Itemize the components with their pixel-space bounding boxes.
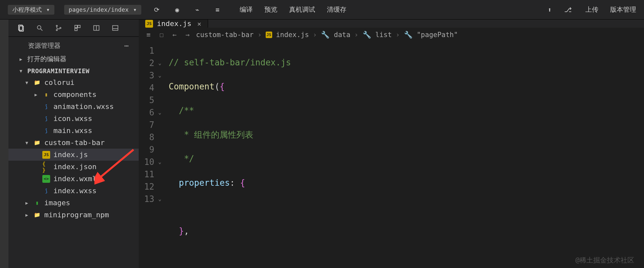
svg-rect-9	[75, 28, 77, 31]
caret-right-icon: ▶	[35, 92, 39, 97]
clear-cache-button[interactable]: 清缓存	[327, 5, 346, 14]
chevron-right-icon: ›	[396, 31, 400, 39]
svg-point-2	[37, 26, 41, 29]
tree-folder-colorui[interactable]: ▼ 📁 colorui	[8, 76, 139, 88]
split-icon[interactable]	[92, 23, 101, 33]
tree-file-index-js[interactable]: JS index.js	[8, 149, 139, 161]
tree-folder-components[interactable]: ▶ ▮ components	[8, 88, 139, 100]
folder-icon: ▮	[33, 199, 41, 207]
debug-icon[interactable]: ⌁	[191, 4, 203, 16]
caret-right-icon: ▶	[20, 57, 24, 62]
preview-button[interactable]: 预览	[264, 5, 277, 14]
js-icon: JS	[145, 20, 153, 28]
sidebar: 资源管理器 ⋯ ▶ 打开的编辑器 ▼ PROGRAMINTERVIEW ▼ 📁 …	[8, 20, 139, 268]
tree-file-index-wxss[interactable]: ⟆ index.wxss	[8, 185, 139, 197]
wrench-icon: 🔧	[362, 30, 371, 39]
breadcrumb-item[interactable]: index.js	[276, 31, 309, 39]
file-label: index.wxss	[53, 187, 96, 195]
folder-label: images	[44, 199, 70, 207]
file-label: index.js	[53, 151, 88, 159]
folder-icon: 📁	[33, 79, 41, 87]
watermark: @稀土掘金技术社区	[575, 256, 634, 265]
extensions-icon[interactable]	[73, 23, 82, 33]
file-label: icon.wxss	[53, 114, 92, 123]
tree-file-index-wxml[interactable]: <> index.wxml	[8, 173, 139, 185]
forward-icon[interactable]: →	[183, 30, 192, 39]
back-icon[interactable]: ←	[170, 30, 179, 39]
chevron-right-icon: ›	[258, 31, 262, 39]
breadcrumb-item[interactable]: data	[334, 31, 350, 39]
files-icon[interactable]	[16, 23, 25, 33]
page-label: pages/index/index	[69, 6, 129, 13]
file-label: animation.wxss	[53, 102, 114, 111]
tree-folder-miniprogram-npm[interactable]: ▶ 📁 miniprogram_npm	[8, 209, 139, 221]
svg-point-4	[56, 25, 58, 27]
open-editors-section[interactable]: ▶ 打开的编辑器	[8, 53, 139, 65]
tree-file[interactable]: ⟆ icon.wxss	[8, 113, 139, 125]
caret-down-icon: ▼	[25, 80, 30, 85]
file-label: index.wxml	[53, 175, 96, 183]
svg-rect-8	[78, 25, 80, 28]
tab-bar: JS index.js ✕	[139, 20, 644, 28]
chevron-right-icon: ›	[354, 31, 358, 39]
js-icon: JS	[42, 151, 50, 159]
folder-label: colorui	[44, 78, 75, 87]
folder-icon: 📁	[33, 211, 41, 219]
chevron-down-icon: ▾	[133, 6, 137, 13]
caret-down-icon: ▼	[25, 140, 30, 145]
bookmark-icon[interactable]: ☐	[157, 30, 166, 39]
chevron-right-icon: ›	[313, 31, 317, 39]
upload-button[interactable]: 上传	[585, 5, 598, 14]
svg-point-5	[56, 30, 58, 31]
panel-icon[interactable]	[111, 23, 120, 33]
tree-file-index-json[interactable]: { } index.json	[8, 161, 139, 173]
code-line: // self-tab-bar/index.js	[169, 58, 291, 67]
code-content[interactable]: // self-tab-bar/index.js Component({ /**…	[166, 45, 644, 268]
caret-right-icon: ▶	[25, 200, 30, 206]
folder-icon: ▮	[42, 91, 50, 99]
project-section[interactable]: ▼ PROGRAMINTERVIEW	[8, 65, 139, 76]
json-icon: { }	[42, 163, 50, 171]
tree-file[interactable]: ⟆ animation.wxss	[8, 100, 139, 113]
mode-dropdown[interactable]: 小程序模式 ▾	[8, 5, 54, 15]
page-dropdown[interactable]: pages/index/index ▾	[64, 5, 141, 15]
fold-gutter: ⌄⌄⌄⌄⌄	[158, 45, 166, 268]
tab-label: index.js	[157, 20, 191, 28]
refresh-icon[interactable]: ⟳	[151, 4, 163, 16]
version-manage-button[interactable]: 版本管理	[610, 5, 636, 14]
breadcrumb-item[interactable]: custom-tab-bar	[196, 31, 254, 39]
tree-file[interactable]: ⟆ main.wxss	[8, 125, 139, 137]
branch-icon[interactable]: ⎇	[562, 4, 574, 16]
folder-icon: 📁	[33, 139, 41, 147]
breadcrumb: ≡ ☐ ← → custom-tab-bar › JS index.js › 🔧…	[139, 28, 644, 42]
compile-button[interactable]: 编译	[240, 5, 253, 14]
wxss-icon: ⟆	[42, 187, 50, 195]
activity-bar	[0, 20, 8, 268]
wxss-icon: ⟆	[42, 115, 50, 123]
file-label: index.json	[53, 163, 96, 171]
stack-icon[interactable]: ≡	[212, 4, 223, 16]
svg-rect-7	[75, 25, 77, 28]
explorer-title: 资源管理器	[28, 41, 61, 50]
tree-folder-images[interactable]: ▶ ▮ images	[8, 197, 139, 209]
upload-icon[interactable]: ⬆	[544, 4, 555, 16]
toolbar: 小程序模式 ▾ pages/index/index ▾ ⟳ ◉ ⌁ ≡ 编译 预…	[0, 0, 644, 20]
breadcrumb-item[interactable]: list	[375, 31, 392, 39]
more-icon[interactable]: ⋯	[124, 42, 130, 50]
code-area[interactable]: 12345678910111213 ⌄⌄⌄⌄⌄ // self-tab-bar/…	[139, 42, 644, 268]
wxss-icon: ⟆	[42, 103, 50, 111]
tree-folder-custom-tab-bar[interactable]: ▼ 📁 custom-tab-bar	[8, 137, 139, 149]
tab-index-js[interactable]: JS index.js ✕	[139, 20, 208, 28]
wrench-icon: 🔧	[404, 30, 413, 39]
breadcrumb-item[interactable]: "pagePath"	[417, 31, 458, 39]
wxml-icon: <>	[42, 175, 50, 183]
line-gutter: 12345678910111213	[139, 45, 158, 268]
list-icon[interactable]: ≡	[144, 30, 153, 39]
folder-label: components	[53, 90, 96, 99]
remote-debug-button[interactable]: 真机调试	[289, 5, 315, 14]
source-control-icon[interactable]	[54, 23, 63, 33]
svg-line-3	[41, 29, 43, 31]
close-icon[interactable]: ✕	[197, 20, 201, 28]
eye-icon[interactable]: ◉	[171, 4, 183, 16]
search-icon[interactable]	[35, 23, 44, 33]
